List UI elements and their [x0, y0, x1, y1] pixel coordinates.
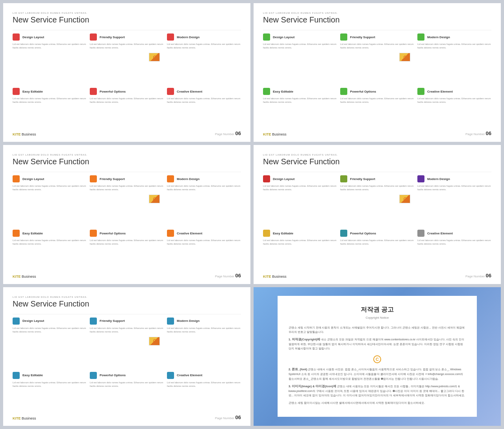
feature-icon: [417, 33, 424, 41]
feature-title: Modern Design: [427, 35, 450, 39]
feature-icon: [263, 175, 270, 182]
feature-icon: [167, 230, 174, 237]
slide-3-title: New Service Function: [13, 157, 241, 166]
feature-title: Design Layout: [273, 35, 295, 39]
feature-title: Easy Editable: [22, 90, 43, 93]
feature-icon: [263, 33, 270, 41]
feature-item: Creative Element Lid est laborum dolo ru…: [417, 230, 491, 268]
feature-icon: [263, 230, 270, 237]
feature-title: Modern Design: [177, 177, 200, 181]
c-logo-icon: C: [373, 355, 381, 363]
feature-item: Design Layout Lid est laborum dolo rumes…: [13, 33, 87, 84]
feature-item: Friendly Support Lid est laborum dolo ru…: [90, 175, 164, 226]
feature-text: Lid est laborum dolo rumes fugats untras…: [263, 97, 337, 104]
feature-title: Design Layout: [22, 35, 44, 39]
feature-title: Friendly Support: [100, 177, 125, 181]
slide-4-subtitle: LID EST LABORUM DOLO RUMES FUGATS UNTRAS…: [263, 154, 491, 156]
brand-logo: KITE Business: [13, 416, 36, 420]
page-number: Page Number 06: [465, 130, 491, 136]
feature-icon: [90, 318, 97, 325]
feature-text: Lid est laborum dolo rumes fugats untras…: [90, 327, 164, 334]
feature-header: Creative Element: [167, 230, 241, 237]
feature-header: Easy Editable: [263, 88, 337, 95]
feature-header: Design Layout: [13, 318, 87, 325]
feature-header: Friendly Support: [340, 33, 414, 41]
feature-text: Lid est laborum dolo rumes fugats untras…: [167, 239, 241, 246]
slide-4-features: Design Layout Lid est laborum dolo rumes…: [263, 175, 491, 268]
feature-item: Modern Design Lid est laborum dolo rumes…: [167, 33, 241, 84]
feature-header: Powerful Options: [340, 230, 414, 237]
brand-logo: KITE Business: [263, 275, 287, 279]
feature-item: Design Layout Lid est laborum dolo rumes…: [263, 33, 337, 84]
feature-icon: [167, 175, 174, 182]
slide-4-footer: KITE Business Page Number 06: [263, 273, 491, 279]
copyright-subtitle: Copyright Notice: [289, 316, 466, 321]
feature-item: Powerful Options Lid est laborum dolo ru…: [90, 88, 164, 126]
feature-text: Lid est laborum dolo rumes fugats untras…: [13, 97, 87, 104]
feature-text: Lid est laborum dolo rumes fugats untras…: [13, 327, 87, 334]
slide-5-subtitle: LID EST LABORUM DOLO RUMES FUGATS UNTRAS…: [13, 296, 241, 298]
copyright-section-1: 1. 저작권(Copyright)에 내소 곤텐소의 모든 파일은 저작법의 으…: [289, 337, 466, 351]
feature-header: Modern Design: [167, 318, 241, 325]
feature-header: Powerful Options: [90, 230, 164, 237]
slide-1-footer: KITE Business Page Number 06: [13, 130, 241, 136]
feature-icon: [90, 230, 97, 237]
feature-title: Powerful Options: [350, 232, 376, 235]
slide-1-subtitle: LID EST LABORUM DOLO RUMES FUGATS UNTRAS…: [13, 12, 241, 14]
feature-item: Friendly Support Lid est laborum dolo ru…: [90, 318, 164, 368]
slide-3-subtitle: LID EST LABORUM DOLO RUMES FUGATS UNTRAS…: [13, 154, 241, 156]
feature-icon: [13, 88, 20, 95]
feature-item: Powerful Options Lid est laborum dolo ru…: [90, 230, 164, 268]
feature-title: Easy Editable: [273, 90, 293, 93]
feature-header: Powerful Options: [90, 372, 164, 379]
slide-4-title: New Service Function: [263, 157, 491, 166]
feature-title: Creative Element: [427, 232, 453, 235]
feature-text: Lid est laborum dolo rumes fugats untras…: [340, 43, 414, 50]
feature-title: Easy Editable: [22, 232, 43, 235]
slide-2-features: Design Layout Lid est laborum dolo rumes…: [263, 33, 491, 126]
feature-icon: [340, 33, 347, 41]
feature-icon: [167, 318, 174, 325]
feature-header: Creative Element: [417, 230, 491, 237]
feature-text: Lid est laborum dolo rumes fugats untras…: [13, 184, 87, 191]
feature-text: Lid est laborum dolo rumes fugats untras…: [13, 239, 87, 246]
feature-header: Design Layout: [263, 175, 337, 182]
feature-text: Lid est laborum dolo rumes fugats untras…: [167, 381, 241, 388]
feature-item: Creative Element Lid est laborum dolo ru…: [167, 372, 241, 410]
feature-title: Design Layout: [273, 177, 295, 181]
feature-title: Creative Element: [177, 232, 202, 235]
feature-item: Design Layout Lid est laborum dolo rumes…: [13, 318, 87, 368]
slide-3: LID EST LABORUM DOLO RUMES FUGATS UNTRAS…: [3, 145, 250, 284]
feature-header: Friendly Support: [90, 318, 164, 325]
feature-header: Powerful Options: [90, 88, 164, 95]
feature-text: Lid est laborum dolo rumes fugats untras…: [167, 97, 241, 104]
feature-text: Lid est laborum dolo rumes fugats untras…: [13, 43, 87, 50]
feature-item: Friendly Support Lid est laborum dolo ru…: [90, 33, 164, 84]
feature-text: Lid est laborum dolo rumes fugats untras…: [417, 184, 491, 191]
feature-title: Creative Element: [427, 90, 453, 93]
feature-title: Powerful Options: [100, 232, 126, 235]
feature-icon: [90, 88, 97, 95]
feature-text: Lid est laborum dolo rumes fugats untras…: [90, 239, 164, 246]
feature-text: Lid est laborum dolo rumes fugats untras…: [13, 381, 87, 388]
brand-logo: KITE Business: [263, 132, 287, 136]
feature-icon: [263, 88, 270, 95]
feature-header: Friendly Support: [90, 175, 164, 182]
feature-text: Lid est laborum dolo rumes fugats untras…: [263, 184, 337, 191]
slide-2-title: New Service Function: [263, 15, 491, 24]
slide-4: LID EST LABORUM DOLO RUMES FUGATS UNTRAS…: [254, 145, 501, 284]
feature-item: Friendly Support Lid est laborum dolo ru…: [340, 175, 414, 226]
feature-header: Design Layout: [13, 33, 87, 41]
feature-text: Lid est laborum dolo rumes fugats untras…: [90, 381, 164, 388]
feature-header: Modern Design: [417, 33, 491, 41]
feature-header: Creative Element: [167, 88, 241, 95]
feature-title: Friendly Support: [100, 35, 125, 39]
feature-header: Creative Element: [167, 372, 241, 379]
feature-title: Creative Element: [177, 373, 202, 377]
slide-3-footer: KITE Business Page Number 06: [13, 273, 241, 279]
feature-header: Modern Design: [167, 33, 241, 41]
divider: [13, 30, 241, 30]
feature-title: Design Layout: [22, 319, 44, 323]
feature-item: Modern Design Lid est laborum dolo rumes…: [167, 318, 241, 368]
feature-item: Design Layout Lid est laborum dolo rumes…: [263, 175, 337, 226]
